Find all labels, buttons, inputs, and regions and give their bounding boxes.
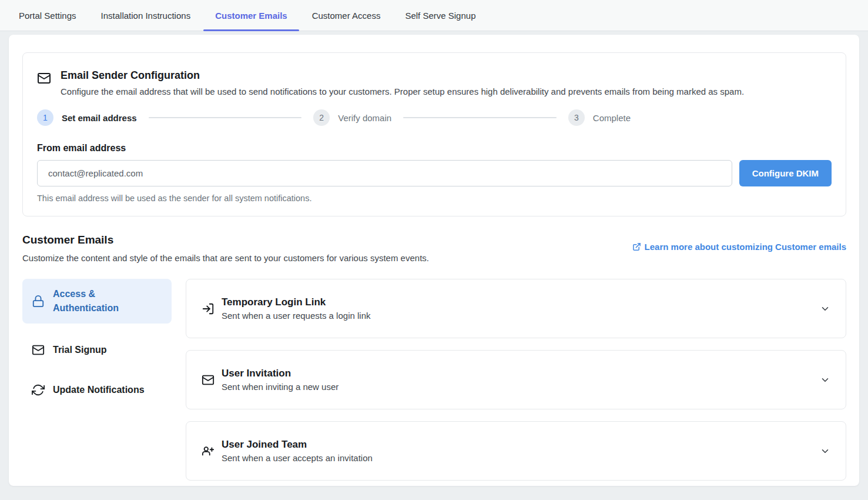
category-label: Access & Authentication bbox=[53, 287, 162, 315]
section-title: Customer Emails bbox=[22, 234, 429, 246]
email-card-subtitle: Sent when a user requests a login link bbox=[222, 311, 370, 321]
from-email-label: From email address bbox=[37, 143, 832, 154]
mail-icon bbox=[32, 344, 45, 356]
tab-customer-emails[interactable]: Customer Emails bbox=[203, 0, 299, 31]
main-panel: Email Sender Configuration Configure the… bbox=[9, 35, 859, 486]
step-2-label: Verify domain bbox=[338, 113, 391, 123]
lock-icon bbox=[32, 295, 45, 308]
email-card-title: User Joined Team bbox=[222, 439, 373, 451]
mail-icon bbox=[37, 69, 51, 96]
sender-card-title: Email Sender Configuration bbox=[61, 69, 744, 82]
tab-self-serve-signup[interactable]: Self Serve Signup bbox=[393, 0, 487, 31]
sender-card-header: Email Sender Configuration Configure the… bbox=[37, 69, 832, 96]
tab-portal-settings[interactable]: Portal Settings bbox=[7, 0, 88, 31]
step-verify-domain: 2 Verify domain bbox=[313, 109, 391, 126]
tab-installation-instructions[interactable]: Installation Instructions bbox=[89, 0, 203, 31]
mail-icon bbox=[202, 374, 215, 386]
category-label: Trial Signup bbox=[53, 343, 107, 357]
email-card-subtitle: Sent when inviting a new user bbox=[222, 382, 339, 392]
tab-customer-access[interactable]: Customer Access bbox=[300, 0, 393, 31]
email-card-user-invitation[interactable]: User Invitation Sent when inviting a new… bbox=[186, 350, 846, 409]
section-description: Customize the content and style of the e… bbox=[22, 253, 429, 263]
user-plus-icon bbox=[202, 445, 215, 458]
step-1-label: Set email address bbox=[62, 113, 137, 123]
learn-more-link[interactable]: Learn more about customizing Customer em… bbox=[632, 242, 846, 252]
chevron-down-icon[interactable] bbox=[820, 304, 830, 314]
step-connector bbox=[149, 117, 302, 118]
email-sender-config-card: Email Sender Configuration Configure the… bbox=[22, 52, 846, 216]
learn-more-label: Learn more about customizing Customer em… bbox=[645, 242, 846, 252]
customer-emails-content: Access & Authentication Trial Signup Upd… bbox=[22, 279, 846, 481]
from-email-input[interactable] bbox=[37, 160, 732, 186]
email-template-list: Temporary Login Link Sent when a user re… bbox=[186, 279, 846, 481]
email-card-title: Temporary Login Link bbox=[222, 296, 370, 308]
email-card-user-joined-team[interactable]: User Joined Team Sent when a user accept… bbox=[186, 421, 846, 481]
step-1-number: 1 bbox=[37, 109, 53, 126]
email-card-title: User Invitation bbox=[222, 368, 339, 379]
section-heading-text: Customer Emails Customize the content an… bbox=[22, 234, 429, 263]
chevron-down-icon[interactable] bbox=[820, 375, 830, 385]
setup-stepper: 1 Set email address 2 Verify domain 3 Co… bbox=[37, 109, 631, 126]
page: Portal Settings Installation Instruction… bbox=[0, 0, 868, 486]
category-update-notifications[interactable]: Update Notifications bbox=[22, 376, 172, 404]
step-connector bbox=[403, 117, 557, 118]
step-3-number: 3 bbox=[568, 109, 585, 126]
email-category-list: Access & Authentication Trial Signup Upd… bbox=[22, 279, 172, 404]
email-card-text: Temporary Login Link Sent when a user re… bbox=[222, 296, 370, 321]
step-3-label: Complete bbox=[593, 113, 631, 123]
refresh-icon bbox=[32, 384, 45, 396]
step-set-email-address: 1 Set email address bbox=[37, 109, 137, 126]
external-link-icon bbox=[632, 242, 641, 251]
chevron-down-icon[interactable] bbox=[820, 446, 830, 456]
step-2-number: 2 bbox=[313, 109, 330, 126]
category-label: Update Notifications bbox=[53, 383, 145, 397]
sender-card-text: Email Sender Configuration Configure the… bbox=[61, 69, 744, 96]
customer-emails-section-header: Customer Emails Customize the content an… bbox=[22, 234, 846, 263]
sender-card-description: Configure the email address that will be… bbox=[61, 86, 744, 96]
category-trial-signup[interactable]: Trial Signup bbox=[22, 336, 172, 364]
category-access-authentication[interactable]: Access & Authentication bbox=[22, 279, 172, 324]
configure-dkim-button[interactable]: Configure DKIM bbox=[739, 160, 832, 186]
tab-bar: Portal Settings Installation Instruction… bbox=[0, 0, 868, 31]
email-card-temporary-login-link[interactable]: Temporary Login Link Sent when a user re… bbox=[186, 279, 846, 338]
email-card-text: User Invitation Sent when inviting a new… bbox=[222, 368, 339, 392]
from-email-row: Configure DKIM bbox=[37, 160, 832, 186]
from-email-helper-text: This email address will be used as the s… bbox=[37, 194, 832, 203]
step-complete: 3 Complete bbox=[568, 109, 631, 126]
email-card-text: User Joined Team Sent when a user accept… bbox=[222, 439, 373, 463]
email-card-subtitle: Sent when a user accepts an invitation bbox=[222, 453, 373, 463]
log-in-icon bbox=[202, 302, 215, 315]
